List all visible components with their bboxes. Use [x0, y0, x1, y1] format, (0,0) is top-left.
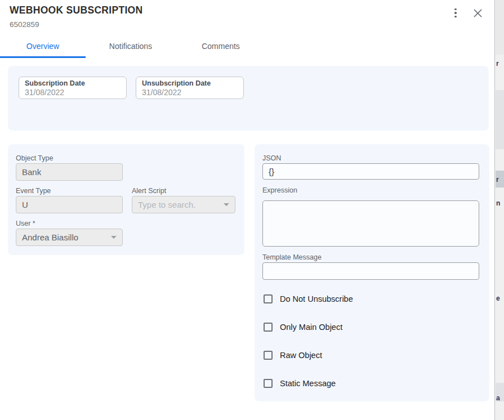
json-input[interactable] — [262, 163, 479, 180]
background-page-strip: r r n e a — [494, 0, 504, 420]
screen: WEBHOOK SUBSCRIPTION 6502859 Overview No… — [0, 0, 504, 420]
clipped-background-text: n — [496, 200, 500, 207]
expression-textarea[interactable] — [262, 200, 479, 247]
event-config-panel: Object Type Event Type Alert Script Type… — [8, 144, 244, 255]
dialog-subtitle-id: 6502859 — [10, 20, 39, 29]
tab-bar: Overview Notifications Comments — [0, 34, 266, 58]
background-segment — [496, 90, 504, 149]
message-config-panel: JSON Expression Template Message Do Not … — [255, 144, 489, 401]
event-type-label: Event Type — [16, 187, 51, 195]
webhook-subscription-dialog: WEBHOOK SUBSCRIPTION 6502859 Overview No… — [0, 0, 494, 420]
tab-notifications[interactable]: Notifications — [86, 34, 176, 58]
subscription-date-value: 31/08/2022 — [25, 88, 121, 97]
static-message-label: Static Message — [280, 379, 336, 388]
static-message-checkbox[interactable] — [264, 379, 273, 388]
user-selected-value: Andrea Biasillo — [22, 233, 108, 242]
raw-object-checkbox[interactable] — [264, 351, 273, 360]
active-tab-indicator — [0, 56, 86, 58]
close-button[interactable] — [471, 7, 484, 19]
kebab-menu-icon — [454, 8, 457, 18]
expression-label: Expression — [262, 186, 297, 194]
dialog-title: WEBHOOK SUBSCRIPTION — [10, 5, 142, 16]
subscription-date-label: Subscription Date — [25, 79, 121, 88]
object-type-label: Object Type — [16, 154, 53, 162]
do-not-unsubscribe-label: Do Not Unsubscribe — [280, 294, 353, 303]
template-message-label: Template Message — [262, 253, 322, 261]
background-segment — [496, 0, 504, 55]
json-label: JSON — [262, 154, 281, 162]
checkbox-row-do-not-unsubscribe[interactable]: Do Not Unsubscribe — [264, 294, 353, 303]
only-main-object-checkbox[interactable] — [264, 323, 273, 332]
tab-overview[interactable]: Overview — [0, 34, 86, 58]
unsubscription-date-value: 31/08/2022 — [142, 88, 238, 97]
subscription-date-field[interactable]: Subscription Date 31/08/2022 — [19, 77, 127, 99]
unsubscription-date-label: Unsubscription Date — [142, 79, 238, 88]
alert-script-label: Alert Script — [132, 187, 166, 195]
do-not-unsubscribe-checkbox[interactable] — [264, 294, 273, 303]
clipped-background-text: r — [496, 176, 500, 184]
chevron-down-icon — [111, 236, 117, 239]
user-select: Andrea Biasillo — [16, 229, 123, 246]
user-label: User * — [16, 220, 35, 227]
checkbox-row-static-message[interactable]: Static Message — [264, 379, 336, 388]
alert-script-select: Type to search. — [132, 196, 235, 213]
raw-object-label: Raw Object — [280, 351, 322, 360]
more-options-button[interactable] — [449, 7, 462, 19]
object-type-input — [16, 163, 123, 181]
event-type-input — [16, 196, 123, 213]
checkbox-row-raw-object[interactable]: Raw Object — [264, 351, 322, 360]
tab-comments[interactable]: Comments — [176, 34, 266, 58]
template-message-input[interactable] — [262, 262, 479, 280]
clipped-background-text: a — [496, 395, 500, 402]
subscription-panel: Subscription Date 31/08/2022 Unsubscript… — [8, 66, 489, 131]
checkbox-row-only-main-object[interactable]: Only Main Object — [264, 323, 342, 332]
only-main-object-label: Only Main Object — [280, 323, 342, 332]
alert-script-placeholder: Type to search. — [138, 200, 220, 209]
clipped-background-text: r — [496, 60, 500, 68]
clipped-background-text: e — [496, 295, 500, 302]
chevron-down-icon — [224, 203, 229, 206]
close-icon — [473, 8, 483, 18]
unsubscription-date-field[interactable]: Unsubscription Date 31/08/2022 — [136, 77, 244, 99]
